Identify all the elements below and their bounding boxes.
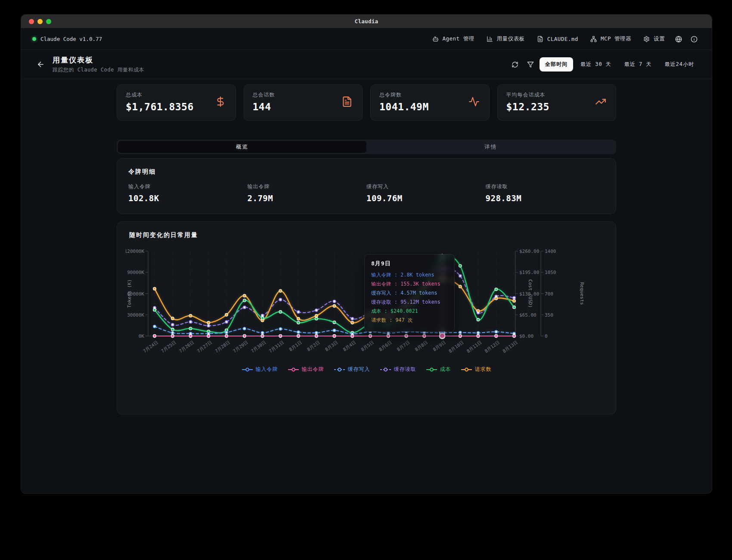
stat-value: $1,761.8356: [126, 101, 227, 112]
arrow-left-icon: [37, 60, 45, 68]
language-button[interactable]: [672, 33, 685, 46]
minimize-window-button[interactable]: [37, 19, 43, 24]
legend-line-icon: [461, 367, 472, 372]
svg-text:7月26日: 7月26日: [178, 339, 195, 354]
stat-value: 1041.49M: [379, 101, 481, 112]
svg-text:8月9日: 8月9日: [432, 339, 447, 352]
top-navigation: Claude Code v1.0.77 Agent 管理用量仪表板CLAUDE.…: [21, 28, 712, 50]
token-breakdown-label: 缓存写入: [366, 183, 486, 190]
token-breakdown-item: 缓存读取928.83M: [486, 183, 605, 203]
legend-label: 缓存读取: [394, 366, 416, 373]
file-text-icon: [341, 96, 353, 109]
activity-icon: [468, 96, 480, 109]
legend-line-icon: [380, 367, 391, 372]
svg-text:8月13日: 8月13日: [502, 339, 518, 354]
nav-item-agent-manager[interactable]: Agent 管理: [428, 32, 479, 46]
usage-chart-card: 随时间变化的日常用量 120000K90000K60000K30000K0K$2…: [117, 221, 616, 414]
token-breakdown-label: 缓存读取: [486, 183, 605, 190]
tab-overview[interactable]: 概览: [118, 141, 366, 153]
stat-card-1: 总会话数144: [244, 84, 363, 121]
filter-button[interactable]: [524, 58, 537, 71]
svg-text:$260.00: $260.00: [519, 249, 539, 254]
nav-item-label: 用量仪表板: [497, 35, 525, 43]
time-range-30-days[interactable]: 最近 30 天: [575, 57, 617, 72]
nav-item-label: 设置: [654, 35, 665, 43]
svg-text:8月2日: 8月2日: [306, 339, 321, 352]
svg-text:7月27日: 7月27日: [196, 339, 213, 354]
nav-item-claude-md[interactable]: CLAUDE.md: [532, 33, 583, 45]
svg-text:30000K: 30000K: [127, 312, 144, 318]
svg-text:8月1日: 8月1日: [288, 339, 303, 352]
legend-item-5[interactable]: 请求数: [461, 366, 492, 373]
svg-text:7月30日: 7月30日: [250, 339, 267, 354]
file-text-icon: [341, 96, 353, 107]
nav-item-label: Agent 管理: [443, 35, 475, 43]
svg-text:8月11日: 8月11日: [465, 339, 482, 354]
legend-label: 输出令牌: [302, 366, 324, 373]
stat-label: 总成本: [126, 91, 227, 99]
svg-text:8月8日: 8月8日: [414, 339, 428, 352]
legend-item-0[interactable]: 输入令牌: [242, 366, 278, 373]
legend-label: 成本: [440, 366, 451, 373]
activity-icon: [468, 96, 480, 107]
token-breakdown-value: 2.79M: [248, 193, 367, 203]
nav-item-settings[interactable]: 设置: [639, 32, 670, 46]
svg-text:7月31日: 7月31日: [268, 339, 285, 354]
legend-line-icon: [334, 367, 345, 372]
nav-item-usage-dashboard[interactable]: 用量仪表板: [482, 32, 530, 46]
time-range-all-time[interactable]: 全部时间: [540, 57, 573, 72]
back-button[interactable]: [33, 57, 48, 72]
svg-text:7月25日: 7月25日: [160, 339, 177, 354]
svg-text:$0.00: $0.00: [519, 333, 533, 339]
tab-details[interactable]: 详情: [366, 141, 615, 153]
svg-text:1050: 1050: [545, 270, 556, 275]
token-breakdown-label: 输出令牌: [248, 183, 367, 190]
nav-item-label: MCP 管理器: [601, 35, 631, 43]
stat-label: 总会话数: [253, 91, 354, 99]
usage-line-chart[interactable]: 120000K90000K60000K30000K0K$260.00$195.0…: [126, 245, 608, 356]
stat-card-0: 总成本$1,761.8356: [117, 84, 236, 121]
svg-text:0: 0: [545, 333, 548, 339]
legend-item-2[interactable]: 缓存写入: [334, 366, 370, 373]
time-range-24-hours[interactable]: 最近24小时: [659, 57, 700, 72]
gear-icon: [643, 36, 650, 42]
page-titles: 用量仪表板 跟踪您的 Claude Code 用量和成本: [53, 55, 144, 74]
trending-up-icon: [595, 96, 606, 107]
close-window-button[interactable]: [29, 19, 34, 24]
token-breakdown-value: 102.8K: [128, 193, 248, 203]
svg-text:8月4日: 8月4日: [342, 339, 357, 352]
time-range-7-days[interactable]: 最近 7 天: [619, 57, 658, 72]
time-range-group: 全部时间最近 30 天最近 7 天最近24小时: [540, 57, 700, 72]
refresh-button[interactable]: [509, 58, 521, 71]
legend-item-1[interactable]: 输出令牌: [288, 366, 324, 373]
app-version-label: Claude Code v1.0.77: [40, 36, 102, 42]
status-dot-icon: [32, 37, 36, 41]
legend-item-4[interactable]: 成本: [426, 366, 451, 373]
svg-text:120000K: 120000K: [126, 249, 144, 254]
info-button[interactable]: [688, 33, 701, 46]
zoom-window-button[interactable]: [46, 19, 51, 24]
token-breakdown-value: 109.76M: [366, 193, 486, 203]
dollar-icon: [215, 96, 226, 109]
svg-text:$65.00: $65.00: [519, 312, 537, 318]
dollar-icon: [215, 96, 226, 107]
token-breakdown-item: 缓存写入109.76M: [366, 183, 486, 203]
svg-text:7月29日: 7月29日: [232, 339, 249, 354]
bot-icon: [432, 36, 439, 42]
app-window: Claudia Claude Code v1.0.77 Agent 管理用量仪表…: [21, 14, 712, 494]
svg-text:8月10日: 8月10日: [448, 339, 465, 354]
page-title: 用量仪表板: [53, 55, 144, 65]
nav-item-label: CLAUDE.md: [547, 36, 578, 42]
stat-card-3: 平均每会话成本$12.235: [497, 84, 617, 121]
legend-label: 请求数: [475, 366, 492, 373]
svg-text:700: 700: [545, 291, 553, 297]
token-breakdown-card: 令牌明细 输入令牌102.8K输出令牌2.79M缓存写入109.76M缓存读取9…: [117, 158, 616, 214]
file-text-icon: [537, 36, 543, 42]
legend-item-3[interactable]: 缓存读取: [380, 366, 416, 373]
tab-bar: 概览详情: [117, 140, 616, 154]
nav-item-mcp-manager[interactable]: MCP 管理器: [586, 32, 636, 46]
svg-text:Requests: Requests: [579, 282, 585, 305]
globe-icon: [675, 36, 682, 43]
window-title: Claudia: [355, 18, 378, 25]
svg-text:90000K: 90000K: [127, 270, 144, 275]
